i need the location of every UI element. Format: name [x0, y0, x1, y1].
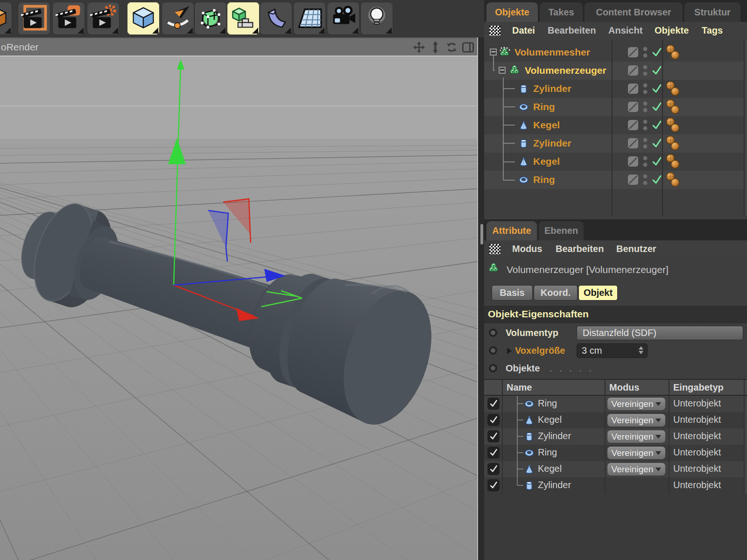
- attr-tab-objekt[interactable]: Objekt: [578, 285, 618, 301]
- tree-label[interactable]: Zylinder: [533, 138, 571, 149]
- param-dot-icon[interactable]: [489, 364, 497, 372]
- visibility-dots-icon[interactable]: [642, 173, 648, 186]
- enabled-check-icon[interactable]: [651, 119, 662, 131]
- visibility-dots-icon[interactable]: [642, 64, 648, 77]
- layer-slash-icon[interactable]: [627, 138, 639, 149]
- row-checkbox[interactable]: [487, 479, 500, 491]
- row-checkbox[interactable]: [487, 430, 500, 442]
- phong-tag-icon[interactable]: [665, 135, 680, 152]
- floor-button[interactable]: [293, 2, 326, 35]
- tree-row-zylinder[interactable]: Zylinder: [484, 80, 745, 98]
- row-checkbox[interactable]: [487, 414, 500, 426]
- menu-benutzer[interactable]: Benutzer: [616, 244, 656, 254]
- phong-tag-icon[interactable]: [665, 172, 680, 189]
- tree-row-volumenerzeuger[interactable]: Volumenerzeuger: [484, 62, 745, 80]
- scrollbar-thumb[interactable]: [480, 224, 483, 245]
- drag-grip-icon[interactable]: [489, 26, 500, 36]
- row-checkbox[interactable]: [487, 447, 500, 459]
- modus-dropdown[interactable]: Vereinigen: [607, 413, 666, 427]
- phong-tag-icon[interactable]: [665, 117, 680, 134]
- tree-label[interactable]: Kegel: [533, 119, 560, 131]
- objects-table-row-ring[interactable]: RingVereinigenUnterobjekt: [484, 396, 745, 412]
- disclosure-triangle-icon[interactable]: [507, 348, 512, 354]
- voxel-input[interactable]: 3 cm: [577, 343, 648, 358]
- add-cube-button[interactable]: [127, 2, 160, 35]
- render-settings-button[interactable]: [87, 2, 120, 35]
- drag-grip-icon[interactable]: [489, 244, 500, 254]
- layer-slash-icon[interactable]: [627, 47, 639, 58]
- menu-bearbeiten[interactable]: Bearbeiten: [556, 244, 604, 254]
- viewport-3d[interactable]: [0, 56, 477, 560]
- modus-dropdown[interactable]: Vereinigen: [607, 462, 666, 476]
- camera-button[interactable]: [327, 2, 359, 35]
- col-header-modus[interactable]: Modus: [609, 382, 639, 393]
- bend-deformer-button[interactable]: [260, 2, 292, 35]
- row-checkbox[interactable]: [487, 398, 500, 410]
- rotate-icon[interactable]: [445, 41, 458, 54]
- visibility-dots-icon[interactable]: [642, 137, 648, 150]
- tree-label[interactable]: Kegel: [533, 156, 560, 167]
- objects-table-row-ring[interactable]: RingVereinigenUnterobjekt: [484, 445, 745, 461]
- tree-label[interactable]: Zylinder: [533, 83, 571, 94]
- visibility-dots-icon[interactable]: [642, 46, 648, 59]
- row-checkbox[interactable]: [487, 463, 500, 475]
- volumentyp-dropdown[interactable]: Distanzfeld (SDF): [577, 326, 743, 340]
- tree-row-kegel[interactable]: Kegel: [484, 153, 745, 171]
- tab-attribute[interactable]: Attribute: [486, 221, 537, 240]
- tree-label[interactable]: Ring: [533, 101, 555, 112]
- panel-separator[interactable]: [477, 37, 484, 560]
- attr-tab-koord[interactable]: Koord.: [534, 285, 578, 301]
- tab-ebenen[interactable]: Ebenen: [539, 221, 584, 240]
- phong-tag-icon[interactable]: [665, 81, 680, 98]
- col-header-eingabetyp[interactable]: Eingabetyp: [673, 382, 724, 393]
- layer-slash-icon[interactable]: [627, 65, 639, 76]
- menu-objekte[interactable]: Objekte: [655, 25, 689, 36]
- tab-struktur[interactable]: Struktur: [684, 2, 740, 22]
- tab-content-browser[interactable]: Content Browser: [585, 2, 683, 22]
- phong-tag-icon[interactable]: [665, 99, 680, 116]
- section-header[interactable]: Objekt-Eigenschaften: [484, 306, 747, 323]
- tree-row-kegel[interactable]: Kegel: [484, 116, 745, 134]
- objects-table-row-zylinder[interactable]: ZylinderUnterobjekt: [484, 477, 745, 494]
- light-button[interactable]: [360, 2, 393, 35]
- objects-table-row-kegel[interactable]: KegelVereinigenUnterobjekt: [484, 461, 745, 477]
- phong-tag-icon[interactable]: [665, 44, 680, 61]
- attr-tab-basis[interactable]: Basis: [492, 285, 533, 301]
- modus-dropdown[interactable]: Vereinigen: [607, 446, 666, 460]
- layer-slash-icon[interactable]: [627, 101, 639, 112]
- pen-spline-button[interactable]: [162, 2, 194, 35]
- menu-modus[interactable]: Modus: [512, 244, 542, 254]
- tree-row-ring[interactable]: Ring: [484, 98, 745, 116]
- objects-table-row-kegel[interactable]: KegelVereinigenUnterobjekt: [484, 412, 745, 428]
- menu-ansicht[interactable]: Ansicht: [608, 25, 642, 36]
- param-dot-icon[interactable]: [489, 329, 497, 337]
- visibility-dots-icon[interactable]: [642, 155, 648, 168]
- modus-dropdown[interactable]: Vereinigen: [607, 397, 666, 411]
- phong-tag-icon[interactable]: [665, 154, 680, 170]
- render-to-picture-viewer-button[interactable]: [52, 2, 85, 35]
- modus-dropdown[interactable]: Vereinigen: [607, 430, 666, 443]
- enabled-check-icon[interactable]: [651, 83, 662, 94]
- tree-label[interactable]: Ring: [533, 174, 555, 185]
- tree-row-zylinder[interactable]: Zylinder: [484, 134, 745, 153]
- orange-cube-tool-button[interactable]: [0, 2, 12, 35]
- subdivision-surface-button[interactable]: [194, 2, 227, 35]
- tab-takes[interactable]: Takes: [540, 2, 583, 22]
- visibility-dots-icon[interactable]: [642, 100, 648, 113]
- tree-row-volumenmesher[interactable]: Volumenmesher: [484, 43, 745, 62]
- enabled-check-icon[interactable]: [651, 156, 662, 167]
- layer-slash-icon[interactable]: [627, 156, 639, 167]
- render-view-button[interactable]: [18, 2, 50, 35]
- col-header-name[interactable]: Name: [507, 382, 532, 393]
- visibility-dots-icon[interactable]: [642, 82, 648, 95]
- menu-tags[interactable]: Tags: [702, 25, 723, 36]
- tree-label[interactable]: Volumenmesher: [514, 47, 590, 58]
- layer-slash-icon[interactable]: [627, 83, 639, 94]
- enabled-check-icon[interactable]: [651, 174, 662, 185]
- enabled-check-icon[interactable]: [651, 101, 662, 112]
- menu-datei[interactable]: Datei: [512, 25, 535, 36]
- visibility-dots-icon[interactable]: [642, 119, 648, 132]
- tree-label[interactable]: Volumenerzeuger: [525, 65, 606, 76]
- layer-slash-icon[interactable]: [627, 119, 639, 131]
- enabled-check-icon[interactable]: [651, 47, 662, 58]
